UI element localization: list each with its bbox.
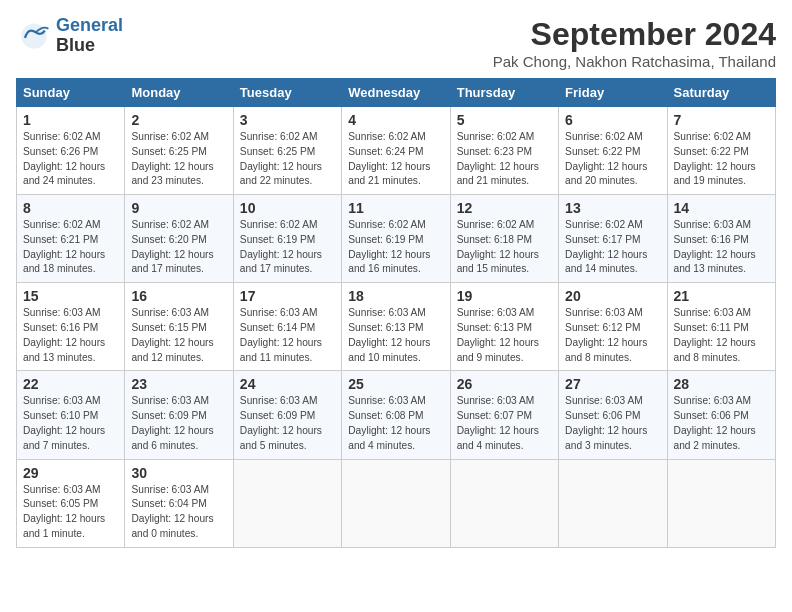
day-info: Sunrise: 6:02 AM Sunset: 6:20 PM Dayligh… [131,218,226,277]
day-info: Sunrise: 6:02 AM Sunset: 6:23 PM Dayligh… [457,130,552,189]
weekday-header-monday: Monday [125,79,233,107]
day-number: 30 [131,465,226,481]
day-info: Sunrise: 6:02 AM Sunset: 6:24 PM Dayligh… [348,130,443,189]
calendar-cell: 8Sunrise: 6:02 AM Sunset: 6:21 PM Daylig… [17,195,125,283]
calendar-cell: 15Sunrise: 6:03 AM Sunset: 6:16 PM Dayli… [17,283,125,371]
day-number: 25 [348,376,443,392]
day-info: Sunrise: 6:03 AM Sunset: 6:06 PM Dayligh… [565,394,660,453]
weekday-header-sunday: Sunday [17,79,125,107]
day-info: Sunrise: 6:03 AM Sunset: 6:10 PM Dayligh… [23,394,118,453]
calendar-cell [559,459,667,547]
day-info: Sunrise: 6:03 AM Sunset: 6:08 PM Dayligh… [348,394,443,453]
month-title: September 2024 [493,16,776,53]
day-info: Sunrise: 6:03 AM Sunset: 6:15 PM Dayligh… [131,306,226,365]
title-block: September 2024 Pak Chong, Nakhon Ratchas… [493,16,776,70]
day-number: 4 [348,112,443,128]
day-info: Sunrise: 6:03 AM Sunset: 6:13 PM Dayligh… [457,306,552,365]
day-info: Sunrise: 6:02 AM Sunset: 6:25 PM Dayligh… [131,130,226,189]
calendar-cell: 2Sunrise: 6:02 AM Sunset: 6:25 PM Daylig… [125,107,233,195]
day-number: 6 [565,112,660,128]
calendar-table: SundayMondayTuesdayWednesdayThursdayFrid… [16,78,776,548]
day-info: Sunrise: 6:02 AM Sunset: 6:17 PM Dayligh… [565,218,660,277]
calendar-cell: 24Sunrise: 6:03 AM Sunset: 6:09 PM Dayli… [233,371,341,459]
day-number: 19 [457,288,552,304]
day-number: 14 [674,200,769,216]
calendar-cell: 5Sunrise: 6:02 AM Sunset: 6:23 PM Daylig… [450,107,558,195]
weekday-header-row: SundayMondayTuesdayWednesdayThursdayFrid… [17,79,776,107]
day-number: 7 [674,112,769,128]
day-number: 27 [565,376,660,392]
day-info: Sunrise: 6:02 AM Sunset: 6:22 PM Dayligh… [674,130,769,189]
day-number: 29 [23,465,118,481]
weekday-header-tuesday: Tuesday [233,79,341,107]
calendar-cell: 12Sunrise: 6:02 AM Sunset: 6:18 PM Dayli… [450,195,558,283]
calendar-week-5: 29Sunrise: 6:03 AM Sunset: 6:05 PM Dayli… [17,459,776,547]
day-info: Sunrise: 6:03 AM Sunset: 6:13 PM Dayligh… [348,306,443,365]
calendar-cell: 9Sunrise: 6:02 AM Sunset: 6:20 PM Daylig… [125,195,233,283]
weekday-header-friday: Friday [559,79,667,107]
calendar-cell: 22Sunrise: 6:03 AM Sunset: 6:10 PM Dayli… [17,371,125,459]
calendar-cell: 21Sunrise: 6:03 AM Sunset: 6:11 PM Dayli… [667,283,775,371]
page-header: General Blue September 2024 Pak Chong, N… [16,16,776,70]
day-info: Sunrise: 6:03 AM Sunset: 6:16 PM Dayligh… [23,306,118,365]
calendar-cell: 20Sunrise: 6:03 AM Sunset: 6:12 PM Dayli… [559,283,667,371]
calendar-cell: 11Sunrise: 6:02 AM Sunset: 6:19 PM Dayli… [342,195,450,283]
calendar-week-3: 15Sunrise: 6:03 AM Sunset: 6:16 PM Dayli… [17,283,776,371]
day-number: 11 [348,200,443,216]
day-info: Sunrise: 6:02 AM Sunset: 6:21 PM Dayligh… [23,218,118,277]
day-number: 10 [240,200,335,216]
day-info: Sunrise: 6:03 AM Sunset: 6:16 PM Dayligh… [674,218,769,277]
day-info: Sunrise: 6:03 AM Sunset: 6:04 PM Dayligh… [131,483,226,542]
calendar-cell: 25Sunrise: 6:03 AM Sunset: 6:08 PM Dayli… [342,371,450,459]
calendar-cell: 26Sunrise: 6:03 AM Sunset: 6:07 PM Dayli… [450,371,558,459]
calendar-cell: 4Sunrise: 6:02 AM Sunset: 6:24 PM Daylig… [342,107,450,195]
day-number: 12 [457,200,552,216]
day-number: 15 [23,288,118,304]
logo-text: General Blue [56,16,123,56]
calendar-cell: 13Sunrise: 6:02 AM Sunset: 6:17 PM Dayli… [559,195,667,283]
day-number: 18 [348,288,443,304]
logo: General Blue [16,16,123,56]
calendar-week-1: 1Sunrise: 6:02 AM Sunset: 6:26 PM Daylig… [17,107,776,195]
day-info: Sunrise: 6:02 AM Sunset: 6:19 PM Dayligh… [240,218,335,277]
calendar-week-4: 22Sunrise: 6:03 AM Sunset: 6:10 PM Dayli… [17,371,776,459]
day-info: Sunrise: 6:02 AM Sunset: 6:26 PM Dayligh… [23,130,118,189]
calendar-cell: 29Sunrise: 6:03 AM Sunset: 6:05 PM Dayli… [17,459,125,547]
calendar-cell: 16Sunrise: 6:03 AM Sunset: 6:15 PM Dayli… [125,283,233,371]
day-info: Sunrise: 6:03 AM Sunset: 6:14 PM Dayligh… [240,306,335,365]
day-info: Sunrise: 6:02 AM Sunset: 6:25 PM Dayligh… [240,130,335,189]
day-number: 17 [240,288,335,304]
day-info: Sunrise: 6:03 AM Sunset: 6:05 PM Dayligh… [23,483,118,542]
day-number: 16 [131,288,226,304]
day-number: 24 [240,376,335,392]
day-info: Sunrise: 6:03 AM Sunset: 6:09 PM Dayligh… [131,394,226,453]
calendar-cell: 18Sunrise: 6:03 AM Sunset: 6:13 PM Dayli… [342,283,450,371]
day-number: 3 [240,112,335,128]
calendar-cell: 10Sunrise: 6:02 AM Sunset: 6:19 PM Dayli… [233,195,341,283]
day-number: 21 [674,288,769,304]
calendar-cell: 19Sunrise: 6:03 AM Sunset: 6:13 PM Dayli… [450,283,558,371]
calendar-cell: 27Sunrise: 6:03 AM Sunset: 6:06 PM Dayli… [559,371,667,459]
day-info: Sunrise: 6:03 AM Sunset: 6:09 PM Dayligh… [240,394,335,453]
calendar-cell: 23Sunrise: 6:03 AM Sunset: 6:09 PM Dayli… [125,371,233,459]
calendar-cell: 30Sunrise: 6:03 AM Sunset: 6:04 PM Dayli… [125,459,233,547]
location: Pak Chong, Nakhon Ratchasima, Thailand [493,53,776,70]
day-info: Sunrise: 6:03 AM Sunset: 6:06 PM Dayligh… [674,394,769,453]
calendar-cell: 17Sunrise: 6:03 AM Sunset: 6:14 PM Dayli… [233,283,341,371]
day-info: Sunrise: 6:02 AM Sunset: 6:18 PM Dayligh… [457,218,552,277]
day-number: 5 [457,112,552,128]
calendar-cell: 6Sunrise: 6:02 AM Sunset: 6:22 PM Daylig… [559,107,667,195]
calendar-cell [667,459,775,547]
weekday-header-saturday: Saturday [667,79,775,107]
day-number: 22 [23,376,118,392]
weekday-header-thursday: Thursday [450,79,558,107]
calendar-cell [233,459,341,547]
day-number: 26 [457,376,552,392]
calendar-week-2: 8Sunrise: 6:02 AM Sunset: 6:21 PM Daylig… [17,195,776,283]
day-info: Sunrise: 6:03 AM Sunset: 6:07 PM Dayligh… [457,394,552,453]
calendar-cell: 1Sunrise: 6:02 AM Sunset: 6:26 PM Daylig… [17,107,125,195]
day-info: Sunrise: 6:02 AM Sunset: 6:19 PM Dayligh… [348,218,443,277]
day-number: 8 [23,200,118,216]
logo-icon [16,18,52,54]
day-info: Sunrise: 6:02 AM Sunset: 6:22 PM Dayligh… [565,130,660,189]
